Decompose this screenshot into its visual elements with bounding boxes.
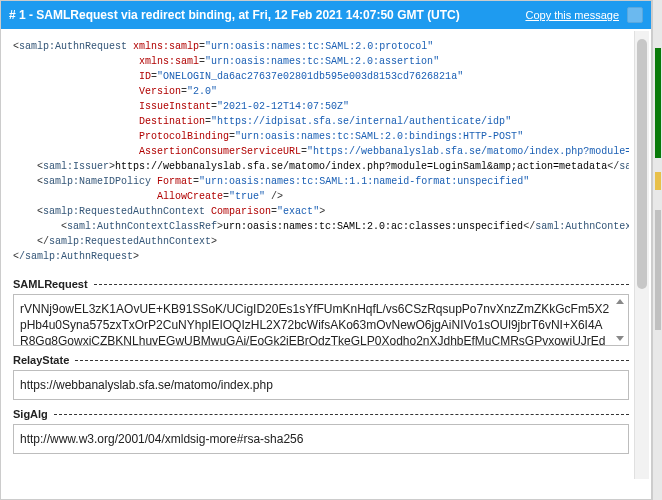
samlrequest-value[interactable]: rVNNj9owEL3zK1AOvUE+KB91SSoK/UCigID20Es1…: [13, 294, 629, 346]
divider: [54, 414, 629, 415]
side-rail: [652, 0, 662, 500]
vertical-scrollbar[interactable]: [634, 31, 649, 479]
relaystate-label: RelayState: [13, 354, 69, 366]
message-header: # 1 - SAMLRequest via redirect binding, …: [1, 1, 651, 29]
message-select-checkbox[interactable]: [627, 7, 643, 23]
sigalg-label: SigAlg: [13, 408, 48, 420]
divider: [94, 284, 629, 285]
samlrequest-label: SAMLRequest: [13, 278, 88, 290]
rail-marker: [655, 210, 661, 330]
scrollbar-thumb[interactable]: [637, 39, 647, 289]
relaystate-value[interactable]: https://webbanalyslab.sfa.se/matomo/inde…: [13, 370, 629, 400]
divider: [75, 360, 629, 361]
sigalg-value[interactable]: http://www.w3.org/2001/04/xmldsig-more#r…: [13, 424, 629, 454]
sigalg-section: SigAlg http://www.w3.org/2001/04/xmldsig…: [13, 408, 629, 454]
scroll-down-icon[interactable]: [616, 336, 624, 341]
message-body: <samlp:AuthnRequest xmlns:samlp="urn:oas…: [1, 29, 651, 499]
relaystate-section: RelayState https://webbanalyslab.sfa.se/…: [13, 354, 629, 400]
scroll-up-icon[interactable]: [616, 299, 624, 304]
copy-message-link[interactable]: Copy this message: [525, 9, 619, 21]
message-title: # 1 - SAMLRequest via redirect binding, …: [9, 8, 460, 22]
rail-marker: [655, 48, 661, 158]
xml-content: <samlp:AuthnRequest xmlns:samlp="urn:oas…: [13, 39, 629, 264]
field-scrollbar[interactable]: [614, 299, 626, 341]
rail-marker: [655, 172, 661, 190]
samlrequest-section: SAMLRequest rVNNj9owEL3zK1AOvUE+KB91SSoK…: [13, 278, 629, 346]
